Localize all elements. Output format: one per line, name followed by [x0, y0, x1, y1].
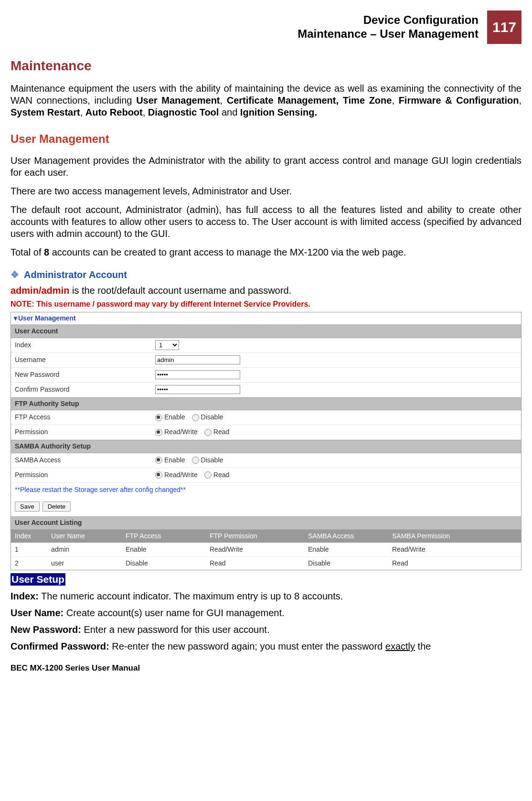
col-ftp-permission: FTP Permission: [206, 530, 304, 543]
confirm-password-input[interactable]: [155, 385, 240, 394]
table-row: 2 user Disable Read Disable Read: [11, 556, 521, 570]
section-user-account: User Account: [11, 325, 521, 338]
col-user-name: User Name: [47, 530, 122, 543]
restart-storage-note: **Please restart the Storage server afte…: [11, 483, 521, 497]
admin-default-line: admin/admin is the root/default account …: [11, 285, 521, 297]
um-paragraph-4: Total of 8 accounts can be created to gr…: [11, 246, 521, 258]
um-paragraph-3: The default root account, Administrator …: [11, 204, 521, 240]
def-confirmed-password: Confirmed Password: Re-enter the new pas…: [11, 641, 521, 652]
header-line-2: Maintenance – User Management: [298, 27, 479, 41]
page-number-badge: 117: [487, 11, 521, 44]
user-management-panel: ▾User Management User Account Index 1 Us…: [11, 312, 521, 571]
ftp-access-enable-radio[interactable]: [155, 414, 162, 421]
table-row: 1 admin Enable Read/Write Enable Read/Wr…: [11, 543, 521, 556]
user-setup-heading: User Setup: [11, 573, 521, 586]
um-paragraph-1: User Management provides the Administrat…: [11, 155, 521, 179]
col-samba-access: SAMBA Access: [304, 530, 388, 543]
intro-paragraph: Maintenance equipment the users with the…: [11, 83, 521, 118]
header-title-block: Device Configuration Maintenance – User …: [298, 11, 483, 44]
heading-maintenance: Maintenance: [11, 57, 521, 74]
def-index: Index: The numeric account indicator. Th…: [11, 590, 521, 602]
delete-button[interactable]: Delete: [43, 502, 71, 512]
def-user-name: User Name: Create account(s) user name f…: [11, 607, 521, 619]
label-ftp-access: FTP Access: [11, 411, 152, 424]
label-index: Index: [11, 339, 152, 352]
col-index: Index: [11, 530, 47, 543]
header-line-1: Device Configuration: [298, 13, 479, 27]
save-button[interactable]: Save: [15, 502, 40, 512]
def-new-password: New Password: Enter a new password for t…: [11, 624, 521, 636]
row-samba-permission: Permission Read/Write Read: [11, 468, 521, 483]
samba-perm-rw-radio[interactable]: [155, 471, 162, 479]
label-samba-permission: Permission: [11, 469, 152, 482]
section-samba-setup: SAMBA Authority Setup: [11, 440, 521, 453]
heading-user-management: User Management: [11, 132, 521, 146]
row-index: Index 1: [11, 338, 521, 353]
ftp-perm-rw-radio[interactable]: [155, 429, 162, 436]
listing-header-row: Index User Name FTP Access FTP Permissio…: [11, 530, 521, 543]
col-ftp-access: FTP Access: [122, 530, 206, 543]
row-confirm-password: Confirm Password: [11, 383, 521, 397]
user-setup-chip: User Setup: [11, 573, 65, 586]
row-ftp-access: FTP Access Enable Disable: [11, 410, 521, 425]
diamond-bullet-icon: ❖: [11, 269, 19, 280]
section-user-account-listing: User Account Listing: [11, 516, 521, 530]
row-new-password: New Password: [11, 368, 521, 383]
label-samba-access: SAMBA Access: [11, 454, 152, 467]
footer-manual-title: BEC MX-1200 Series User Manual: [11, 663, 521, 673]
samba-perm-read-radio[interactable]: [204, 471, 212, 479]
col-samba-permission: SAMBA Permission: [388, 530, 521, 543]
index-select[interactable]: 1: [155, 340, 179, 350]
label-username: Username: [11, 353, 152, 367]
row-username: Username: [11, 353, 521, 368]
ftp-access-disable-radio[interactable]: [192, 414, 199, 421]
um-paragraph-2: There are two access management levels, …: [11, 185, 521, 197]
label-ftp-permission: Permission: [11, 426, 152, 439]
new-password-input[interactable]: [155, 370, 240, 379]
username-input[interactable]: [155, 355, 240, 364]
panel-title: ▾User Management: [11, 312, 521, 325]
isp-note: NOTE: This username / password may vary …: [11, 299, 521, 309]
samba-access-disable-radio[interactable]: [192, 457, 199, 464]
row-ftp-permission: Permission Read/Write Read: [11, 425, 521, 440]
row-samba-access: SAMBA Access Enable Disable: [11, 453, 521, 468]
ftp-perm-read-radio[interactable]: [204, 429, 212, 436]
page-header: Device Configuration Maintenance – User …: [11, 11, 521, 44]
label-new-password: New Password: [11, 368, 152, 382]
label-confirm-password: Confirm Password: [11, 383, 152, 396]
samba-access-enable-radio[interactable]: [155, 457, 162, 464]
button-row: Save Delete: [11, 497, 521, 516]
caret-down-icon: ▾: [14, 314, 17, 322]
subheading-administrator-account: ❖Administrator Account: [11, 269, 521, 281]
section-ftp-setup: FTP Authority Setup: [11, 397, 521, 411]
